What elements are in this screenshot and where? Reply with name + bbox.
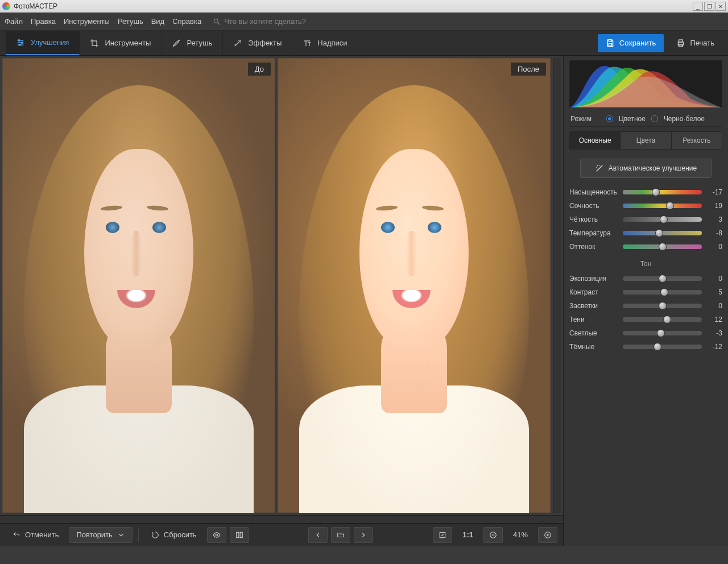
zoom-in-button[interactable] xyxy=(538,527,557,543)
menu-view[interactable]: Вид xyxy=(151,17,165,26)
one-to-one-button[interactable]: 1:1 xyxy=(456,527,480,543)
reset-button[interactable]: Сбросить xyxy=(144,527,204,543)
subtab-colors[interactable]: Цвета xyxy=(621,132,671,149)
image-before xyxy=(2,58,275,513)
undo-icon xyxy=(13,531,20,539)
tool-tab-retouch[interactable]: Ретушь xyxy=(162,31,223,55)
titlebar: ФотоМАСТЕР _ ❐ ✕ xyxy=(0,0,728,13)
canvas-scrollbar-horizontal[interactable] xyxy=(0,515,563,523)
slider-exposure[interactable]: Экспозиция 0 xyxy=(569,275,722,283)
slider-shadows[interactable]: Тени 12 xyxy=(569,316,722,324)
tool-tab-label: Ретушь xyxy=(187,39,212,47)
slider-tint[interactable]: Оттенок 0 xyxy=(569,243,722,251)
canvas-after[interactable]: После xyxy=(278,58,551,513)
menu-instruments[interactable]: Инструменты xyxy=(64,17,110,26)
slider-highlights[interactable]: Засветки 0 xyxy=(569,302,722,310)
subtab-sharpen[interactable]: Резкость xyxy=(672,132,722,149)
image-after xyxy=(278,58,551,513)
eye-icon xyxy=(213,531,221,539)
tool-tab-label: Эффекты xyxy=(248,39,282,47)
tool-tab-tools[interactable]: Инструменты xyxy=(80,31,162,55)
side-panel: Режим Цветное Черно-белое Основные Цвета… xyxy=(563,56,728,546)
color-mode-row: Режим Цветное Черно-белое xyxy=(569,113,722,127)
tool-tabs: Улучшения Инструменты Ретушь Эффекты Над… xyxy=(0,31,728,56)
nav-prev-button[interactable] xyxy=(308,527,328,543)
folder-icon xyxy=(337,531,345,539)
nav-next-button[interactable] xyxy=(354,527,373,543)
save-icon xyxy=(606,39,615,48)
print-button[interactable]: Печать xyxy=(668,34,722,52)
chevron-left-icon xyxy=(314,531,322,539)
search-placeholder: Что вы хотите сделать? xyxy=(224,17,306,26)
auto-enhance-button[interactable]: Автоматическое улучшение xyxy=(580,159,712,178)
save-button[interactable]: Сохранить xyxy=(598,34,664,52)
slider-vibrance[interactable]: Сочность 19 xyxy=(569,202,722,210)
minimize-button[interactable]: _ xyxy=(693,2,703,11)
svg-point-13 xyxy=(216,534,218,536)
sliders-icon xyxy=(16,38,25,47)
chevron-down-icon xyxy=(117,531,125,539)
slider-blacks[interactable]: Тёмные -12 xyxy=(569,343,722,351)
brush-icon xyxy=(172,39,181,48)
before-label: До xyxy=(248,63,271,76)
tone-header: Тон xyxy=(569,260,722,268)
menu-search[interactable]: Что вы хотите сделать? xyxy=(213,17,306,26)
toggle-preview-button[interactable] xyxy=(207,527,226,543)
mode-color-label[interactable]: Цветное xyxy=(619,115,646,123)
magic-icon xyxy=(233,39,242,48)
subtab-basic[interactable]: Основные xyxy=(570,132,621,149)
menu-edit[interactable]: Правка xyxy=(31,17,56,26)
menu-retouch[interactable]: Ретушь xyxy=(118,17,143,26)
print-label: Печать xyxy=(690,39,714,47)
histogram[interactable] xyxy=(569,60,722,108)
tool-tab-label: Надписи xyxy=(317,39,347,47)
plus-icon xyxy=(544,531,552,539)
crop-icon xyxy=(90,39,99,48)
menu-file[interactable]: Файл xyxy=(5,17,23,26)
open-folder-button[interactable] xyxy=(331,527,350,543)
svg-rect-15 xyxy=(240,532,242,537)
slider-whites[interactable]: Светлые -3 xyxy=(569,329,722,337)
svg-point-7 xyxy=(19,44,20,45)
slider-clarity[interactable]: Чёткость 3 xyxy=(569,215,722,223)
fit-screen-button[interactable] xyxy=(433,527,452,543)
maximize-button[interactable]: ❐ xyxy=(704,2,714,11)
zoom-out-button[interactable] xyxy=(483,527,503,543)
undo-button[interactable]: Отменить xyxy=(6,527,65,543)
tool-tab-effects[interactable]: Эффекты xyxy=(223,31,292,55)
compare-toggle-button[interactable] xyxy=(230,527,249,543)
minus-icon xyxy=(489,531,497,539)
menu-help[interactable]: Справка xyxy=(172,17,201,26)
mode-label: Режим xyxy=(570,115,592,123)
tool-tab-label: Улучшения xyxy=(31,38,69,47)
after-label: После xyxy=(511,63,546,76)
statusbar: Отменить Повторить Сбросить xyxy=(0,523,563,546)
redo-button[interactable]: Повторить xyxy=(69,527,132,543)
wand-icon xyxy=(595,164,604,173)
tool-tab-text[interactable]: Надписи xyxy=(292,31,358,55)
tool-tab-label: Инструменты xyxy=(105,39,151,47)
radio-color[interactable] xyxy=(606,115,613,122)
chevron-right-icon xyxy=(359,531,367,539)
search-icon xyxy=(213,18,221,26)
radio-bw[interactable] xyxy=(651,115,658,122)
svg-rect-9 xyxy=(609,43,611,45)
print-icon xyxy=(676,39,685,48)
compare-icon xyxy=(235,531,243,539)
slider-contrast[interactable]: Контраст 5 xyxy=(569,288,722,296)
panel-subtabs: Основные Цвета Резкость xyxy=(569,131,722,150)
canvas-scrollbar-vertical[interactable] xyxy=(553,58,561,513)
sliders-group: Насыщенность -17 Сочность 19 Чёткость 3 … xyxy=(569,188,722,351)
tool-tab-enhance[interactable]: Улучшения xyxy=(6,31,80,55)
menubar: Файл Правка Инструменты Ретушь Вид Справ… xyxy=(0,13,728,31)
slider-temperature[interactable]: Температура -8 xyxy=(569,229,722,237)
canvas-before[interactable]: До xyxy=(2,58,275,513)
svg-rect-8 xyxy=(609,40,611,42)
mode-bw-label[interactable]: Черно-белое xyxy=(664,115,705,123)
save-label: Сохранить xyxy=(619,39,656,47)
slider-saturation[interactable]: Насыщенность -17 xyxy=(569,188,722,196)
zoom-value[interactable]: 41% xyxy=(506,527,535,543)
close-button[interactable]: ✕ xyxy=(715,2,726,11)
svg-rect-11 xyxy=(679,40,683,42)
canvas-compare: До После xyxy=(0,56,563,515)
